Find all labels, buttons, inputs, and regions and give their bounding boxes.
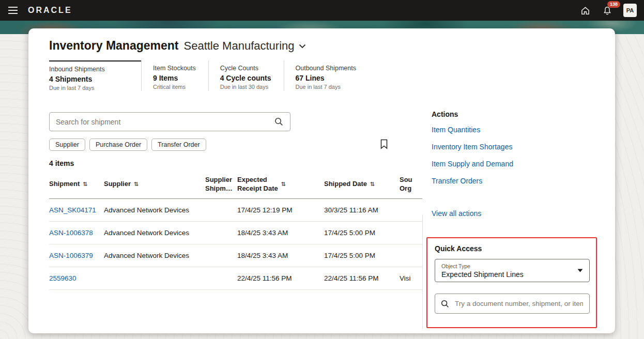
quick-access-search [435, 294, 590, 314]
filter-chips-row: Supplier Purchase Order Transfer Order [49, 137, 422, 152]
shipments-panel: Supplier Purchase Order Transfer Order 4… [49, 112, 422, 290]
object-type-label: Object Type [441, 263, 524, 269]
action-link-inventory-item-shortages[interactable]: Inventory Item Shortages [432, 143, 596, 151]
main-card: Inventory Management Seattle Manufacturi… [28, 28, 615, 333]
kpi-inbound-shipments[interactable]: Inbound Shipments 4 Shipments Due in las… [49, 60, 141, 91]
vertical-divider [422, 214, 423, 329]
col-header-supplier-shipment: Supplier Shipm… [205, 173, 237, 198]
shipment-link[interactable]: ASN-1006379 [49, 252, 93, 259]
table-row: ASN-1006379 Advanced Network Devices 18/… [49, 244, 422, 267]
action-link-transfer-orders[interactable]: Transfer Orders [432, 177, 596, 185]
context-selector[interactable]: Seattle Manufacturing [184, 39, 306, 53]
hamburger-menu-icon[interactable] [7, 4, 21, 17]
shipment-link[interactable]: ASN-1006378 [49, 229, 93, 237]
shipment-search-input[interactable] [50, 113, 290, 131]
filter-chip-purchase-order[interactable]: Purchase Order [89, 138, 147, 151]
object-type-select[interactable]: Object Type Expected Shipment Lines [435, 259, 590, 282]
sort-icon[interactable]: ⇅ [134, 181, 139, 188]
supplier-shipment-cell [205, 244, 237, 267]
supplier-cell: Advanced Network Devices [104, 244, 205, 267]
shipment-search [49, 112, 290, 131]
sort-icon[interactable]: ⇅ [83, 181, 87, 188]
action-link-item-quantities[interactable]: Item Quantities [432, 126, 596, 134]
source-org-cell [400, 244, 422, 267]
view-all-actions-link[interactable]: View all actions [432, 209, 481, 218]
search-icon [274, 117, 284, 127]
expected-receipt-cell: 22/4/25 11:56 PM [237, 267, 324, 289]
quick-access-search-input[interactable] [454, 299, 584, 308]
supplier-shipment-cell [205, 198, 237, 221]
notifications-button[interactable]: 138 [602, 5, 613, 17]
home-button[interactable] [579, 5, 591, 17]
expected-receipt-cell: 18/4/25 3:43 AM [237, 244, 324, 267]
shipment-link[interactable]: 2559630 [49, 274, 76, 282]
bookmark-icon [380, 139, 388, 149]
chevron-down-icon [299, 44, 306, 49]
supplier-cell: Advanced Network Devices [104, 221, 205, 244]
source-org-cell [400, 221, 422, 244]
col-header-shipment[interactable]: Shipment ⇅ [49, 173, 104, 198]
avatar[interactable]: PA [623, 4, 637, 17]
notification-badge: 138 [607, 1, 620, 8]
col-header-source-org: Sou Org [400, 173, 422, 198]
expected-receipt-cell: 18/4/25 3:43 AM [237, 221, 324, 244]
shipment-link[interactable]: ASN_SK04171 [49, 206, 96, 214]
source-org-cell [400, 198, 422, 221]
shipped-date-cell: 17/4/25 5:00 PM [324, 221, 400, 244]
annotation-highlight: Quick Access Object Type Expected Shipme… [426, 237, 597, 328]
col-header-supplier[interactable]: Supplier ⇅ [104, 173, 205, 198]
expected-receipt-cell: 17/4/25 12:19 PM [237, 198, 324, 221]
kpi-cycle-counts[interactable]: Cycle Counts 4 Cycle counts Due in last … [208, 60, 284, 91]
caret-down-icon [577, 269, 583, 272]
supplier-shipment-cell [205, 221, 237, 244]
oracle-logo: ORACLE [28, 6, 72, 15]
object-type-value: Expected Shipment Lines [441, 270, 524, 279]
shipped-date-cell: 30/3/25 11:16 AM [324, 198, 400, 221]
kpi-item-stockouts[interactable]: Item Stockouts 9 Items Critical items [141, 60, 208, 91]
kpi-row: Inbound Shipments 4 Shipments Due in las… [49, 60, 369, 91]
supplier-shipment-cell [205, 267, 237, 289]
page-header: Inventory Management Seattle Manufacturi… [49, 39, 306, 53]
table-row: ASN_SK04171 Advanced Network Devices 17/… [49, 198, 422, 221]
shipments-table: Shipment ⇅ Supplier ⇅ Su [49, 173, 422, 290]
top-bar: ORACLE 138 PA [0, 0, 644, 21]
filter-chip-transfer-order[interactable]: Transfer Order [151, 138, 206, 151]
actions-sidebar: Actions Item Quantities Inventory Item S… [432, 110, 596, 218]
table-row: 2559630 22/4/25 11:56 PM 22/4/25 11:56 P… [49, 267, 422, 289]
search-icon [440, 299, 450, 309]
supplier-cell [104, 267, 205, 289]
kpi-outbound-shipments[interactable]: Outbound Shipments 67 Lines Due in last … [284, 60, 369, 91]
action-link-item-supply-and-demand[interactable]: Item Supply and Demand [432, 160, 596, 168]
page-title: Inventory Management [49, 39, 179, 53]
table-header-row: Shipment ⇅ Supplier ⇅ Su [49, 173, 422, 198]
source-org-cell: Visi [400, 267, 422, 289]
col-header-shipped-date[interactable]: Shipped Date ⇅ [324, 173, 400, 198]
quick-access-title: Quick Access [435, 244, 589, 253]
context-name: Seattle Manufacturing [184, 39, 295, 53]
items-count: 4 items [49, 159, 422, 167]
table-row: ASN-1006378 Advanced Network Devices 18/… [49, 221, 422, 244]
bookmark-button[interactable] [379, 138, 389, 152]
shipped-date-cell: 17/4/25 5:00 PM [324, 244, 400, 267]
sort-icon[interactable]: ⇅ [281, 181, 286, 188]
filter-chip-supplier[interactable]: Supplier [49, 138, 85, 151]
sort-icon[interactable]: ⇅ [370, 181, 375, 188]
actions-title: Actions [432, 110, 596, 118]
home-icon [580, 6, 590, 16]
col-header-expected-receipt-date[interactable]: Expected Receipt Date ⇅ [237, 173, 324, 198]
shipped-date-cell: 22/4/25 11:56 PM [324, 267, 400, 289]
supplier-cell: Advanced Network Devices [104, 198, 205, 221]
